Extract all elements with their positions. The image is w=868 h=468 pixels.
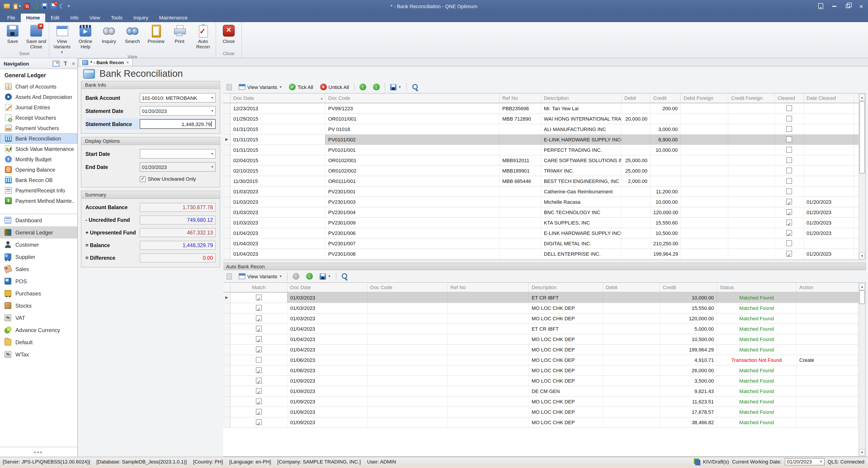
- cleared-checkbox[interactable]: [786, 105, 792, 111]
- match-checkbox[interactable]: [256, 388, 262, 394]
- working-date-select[interactable]: 01/20/2023 ▼: [784, 458, 825, 465]
- tab-bank-recon[interactable]: * - Bank Recon ×: [79, 58, 133, 66]
- column-header-doc_code[interactable]: Doc Code: [368, 283, 447, 292]
- module-item-sales[interactable]: Sales: [0, 263, 77, 275]
- table-row[interactable]: 01/03/2023PV2301/004BNC TECHNOLOGY INC12…: [223, 207, 859, 218]
- table-row[interactable]: 01/29/2015OR0101/001MBB 712890WAI HONG I…: [223, 114, 859, 124]
- sidebar-item-chart-of-accounts[interactable]: Chart of Accounts: [0, 81, 77, 92]
- sidebar-item-payment-receipt-info[interactable]: Payment/Receipt Info: [0, 185, 77, 196]
- find-button[interactable]: [410, 83, 421, 91]
- column-header-ref_no[interactable]: Ref No: [447, 283, 529, 292]
- table-row[interactable]: 01/04/2023MO LOC CHK DEP10,500.00Matched…: [223, 334, 859, 345]
- scroll-thumb[interactable]: [860, 291, 865, 304]
- module-item-vat[interactable]: VAT: [0, 312, 77, 324]
- column-header-date_cleared[interactable]: Date Cleared: [804, 94, 854, 103]
- table-row[interactable]: 01/04/2023PV2301/008DELL ENTERPRISE INC.…: [223, 249, 859, 259]
- sidebar-item-assets-and-depreciation[interactable]: Assets And Depreciation: [0, 92, 77, 102]
- table-row[interactable]: 01/04/2023PV2301/007DIGITAL METAL INC.21…: [223, 238, 859, 249]
- match-checkbox[interactable]: [256, 357, 262, 363]
- column-header-doc_date[interactable]: Doc Date▲: [230, 94, 326, 103]
- table-row[interactable]: 01/03/2023PV2301/001Catherine-Gas Reimbu…: [223, 187, 859, 197]
- column-header-action[interactable]: Action: [797, 283, 858, 292]
- cleared-checkbox[interactable]: [786, 157, 792, 163]
- clipboard-icon[interactable]: ▾: [13, 3, 21, 9]
- close-button[interactable]: Close: [217, 23, 241, 44]
- column-header-description[interactable]: Description: [529, 283, 603, 292]
- nav-footer-dots[interactable]: •••: [0, 447, 77, 457]
- match-checkbox[interactable]: [256, 315, 262, 321]
- module-item-pos[interactable]: POS: [0, 275, 77, 287]
- untick-all-button[interactable]: ×Untick All: [318, 83, 351, 91]
- table-row[interactable]: 02/10/2015OR0102/002MBB189901TRIWAY INC.…: [223, 166, 859, 176]
- ribbon-tab-edit[interactable]: Edit: [45, 13, 65, 22]
- chevron-down-icon[interactable]: ▼: [211, 107, 214, 115]
- end-date-select[interactable]: 01/20/2023 ▼: [140, 162, 216, 172]
- restore-button[interactable]: [841, 0, 855, 12]
- preview-button[interactable]: Preview: [144, 23, 168, 44]
- chevron-down-icon[interactable]: ▼: [211, 94, 214, 102]
- table-row[interactable]: 01/31/2015PV 01018ALI MANUFACTURING INC3…: [223, 124, 859, 135]
- chevron-down-icon[interactable]: ▼: [211, 163, 214, 171]
- ribbon-tab-home[interactable]: Home: [21, 13, 45, 22]
- export-layout-button[interactable]: ▼: [318, 272, 333, 280]
- cleared-checkbox[interactable]: [786, 220, 792, 226]
- table-row[interactable]: 01/09/2023MO LOC CHK DEP11,623.51Matched…: [223, 397, 859, 407]
- table-row[interactable]: 01/09/2023MO LOC CHK DEP17,678.57Matched…: [223, 407, 859, 417]
- match-checkbox[interactable]: [256, 367, 262, 373]
- table-row[interactable]: 01/06/2023MO LOC CHK DEP4,910.71Transact…: [223, 355, 859, 365]
- dock-window-icon[interactable]: [53, 61, 59, 66]
- view-variants-button[interactable]: View Variants▼: [237, 272, 284, 280]
- column-header-credit[interactable]: Credit: [651, 94, 681, 103]
- column-header-description[interactable]: Description: [541, 94, 622, 103]
- cleared-checkbox[interactable]: [786, 251, 792, 257]
- table-row[interactable]: 01/03/2023MO LOC CHK DEP120,000.00Matche…: [223, 313, 859, 324]
- sidebar-item-opening-balance[interactable]: Opening Balance: [0, 164, 77, 175]
- sidebar-item-bank-recon-ob[interactable]: Bank Recon OB: [0, 175, 77, 185]
- table-row[interactable]: 01/04/2023MO LOC CHK DEP199,964.29Matche…: [223, 345, 859, 355]
- scroll-up-icon[interactable]: ▲: [860, 94, 865, 101]
- ribbon-tab-maintenance[interactable]: Maintenance: [154, 13, 193, 22]
- refresh-icon[interactable]: [33, 3, 38, 9]
- cleared-checkbox[interactable]: [786, 126, 792, 132]
- cleared-checkbox[interactable]: [786, 230, 792, 236]
- column-header-status[interactable]: Status: [717, 283, 797, 292]
- module-item-default[interactable]: Default: [0, 336, 77, 348]
- module-item-stocks[interactable]: Stocks: [0, 300, 77, 312]
- start-date-select[interactable]: ▼: [140, 149, 216, 159]
- sidebar-item-monthly-budget[interactable]: Monthly Budget: [0, 154, 77, 164]
- nav-overflow-dots[interactable]: · · ·: [0, 206, 77, 213]
- move-up-button[interactable]: ↑: [358, 83, 368, 91]
- module-item-wtax[interactable]: WTax: [0, 348, 77, 361]
- auto-recon-button[interactable]: Auto Recon: [191, 23, 215, 49]
- table-row[interactable]: 02/04/2015OR0102/001MBB912011CARE SOFTWA…: [223, 156, 859, 166]
- column-header-match[interactable]: Match: [230, 283, 287, 292]
- table-row[interactable]: ▶01/31/2015PV0101/002E-LINK HARDWARE SUP…: [223, 135, 859, 145]
- cleared-checkbox[interactable]: [786, 147, 792, 153]
- close-panel-icon[interactable]: ×: [72, 61, 75, 66]
- close-window-button[interactable]: ×: [855, 0, 868, 12]
- sidebar-item-payment-method-mainte-[interactable]: Payment Method Mainte...: [0, 196, 77, 206]
- table-row[interactable]: 01/04/2023PV2301/006E-LINK HARDWARE SUPP…: [223, 228, 859, 238]
- scroll-down-icon[interactable]: ▼: [860, 449, 865, 456]
- qat-overflow-icon[interactable]: ▾: [68, 4, 70, 8]
- chevron-down-icon[interactable]: ▼: [819, 460, 823, 463]
- cleared-checkbox[interactable]: [786, 168, 792, 173]
- module-item-supplier[interactable]: Supplier: [0, 251, 77, 263]
- scroll-up-icon[interactable]: ▲: [860, 283, 865, 290]
- cleared-checkbox[interactable]: [786, 115, 792, 122]
- cleared-checkbox[interactable]: [786, 240, 792, 246]
- table-row[interactable]: 01/09/2023MO LOC CHK DEP3,500.00Matched …: [223, 376, 859, 386]
- table-row[interactable]: 01/06/2023MO LOC CHK DEP26,000.00Matched…: [223, 365, 859, 376]
- save-button[interactable]: Save: [1, 23, 24, 44]
- bank-account-select[interactable]: 101-0010: METROBANK ▼: [140, 93, 216, 103]
- sidebar-item-bank-reconciliation[interactable]: Bank Reconciliation: [0, 133, 77, 144]
- cleared-checkbox[interactable]: [786, 199, 792, 205]
- cleared-checkbox[interactable]: [786, 178, 792, 184]
- match-checkbox[interactable]: [256, 398, 262, 404]
- save-close-icon[interactable]: [51, 3, 57, 9]
- column-header-debit[interactable]: Debit: [622, 94, 651, 103]
- minimize-button[interactable]: [827, 0, 841, 12]
- module-item-advance-currency[interactable]: Advance Currency: [0, 324, 77, 336]
- module-item-dashboard[interactable]: Dashboard: [0, 214, 77, 226]
- match-checkbox[interactable]: [256, 305, 262, 311]
